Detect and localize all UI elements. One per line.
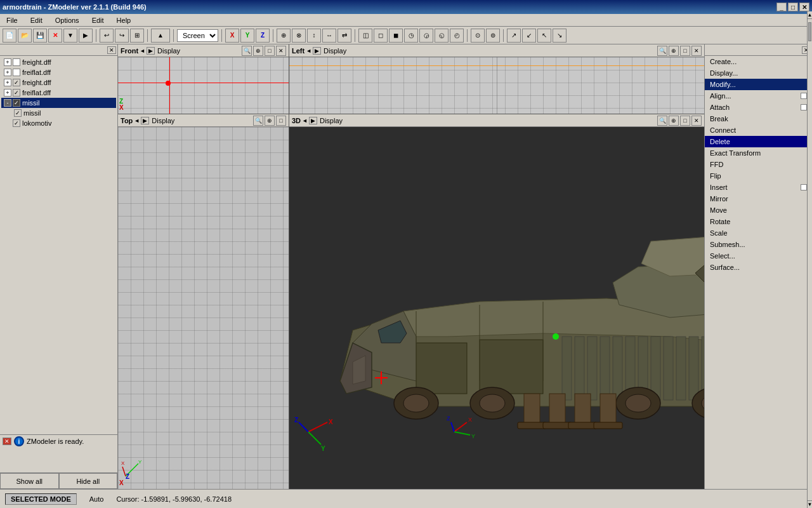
insert-checkbox[interactable] — [801, 184, 807, 190]
tree-item-freight2[interactable]: + ✓ freight.dff — [1, 77, 116, 88]
right-menu-exact-transform[interactable]: Exact Transform — [705, 147, 812, 159]
main-3d-zoom[interactable]: 🔍 — [657, 116, 667, 126]
tree-check-lokomotiv[interactable]: ✓ — [13, 119, 20, 127]
tree-expand-freight2[interactable]: + — [4, 79, 11, 86]
right-menu-modify[interactable]: Modify... — [705, 79, 812, 90]
menu-help[interactable]: Help — [113, 15, 135, 25]
scroll-thumb[interactable] — [808, 22, 811, 41]
right-menu-ffd[interactable]: FFD — [705, 159, 812, 170]
toolbar-btn17[interactable]: ↖ — [537, 29, 551, 43]
front-arrow[interactable]: ◄ — [140, 48, 145, 54]
tree-expand-freight1[interactable]: + — [4, 58, 11, 66]
tree-expand-missil-group[interactable]: - — [4, 99, 11, 107]
toolbar-cancel[interactable]: ✕ — [48, 29, 62, 43]
toolbar-arrow-down[interactable]: ▼ — [63, 29, 77, 43]
tree-check-freiflat1[interactable] — [13, 69, 20, 76]
right-menu-attach[interactable]: Attach — [705, 102, 812, 113]
left-vp-max[interactable]: □ — [680, 46, 690, 56]
left-vp-zoom[interactable]: 🔍 — [657, 46, 667, 56]
show-all-button[interactable]: Show all — [0, 473, 59, 489]
screen-dropdown[interactable]: Screen World Local — [177, 29, 218, 42]
tree-item-missil-child[interactable]: ✓ missil — [1, 108, 116, 118]
toolbar-shape[interactable]: ▲ — [151, 29, 170, 43]
right-scrollbar[interactable]: ▲ ▼ — [807, 11, 812, 508]
right-menu-create[interactable]: Create... — [705, 56, 812, 67]
right-menu-rotate[interactable]: Rotate — [705, 216, 812, 227]
main-3d-max[interactable]: □ — [680, 116, 690, 126]
tree-check-freiflat2[interactable]: ✓ — [13, 89, 20, 97]
main-3d-lock[interactable]: ⊕ — [669, 116, 679, 126]
right-menu-connect[interactable]: Connect — [705, 124, 812, 136]
toolbar-btn14[interactable]: ⊚ — [486, 29, 500, 43]
tree-expand-freiflat1[interactable]: + — [4, 69, 11, 76]
right-menu-delete[interactable]: Delete — [705, 136, 812, 147]
toolbar-btn11[interactable]: ◵ — [435, 29, 449, 43]
tree-item-missil-group[interactable]: - ✓ missil — [1, 98, 116, 108]
toolbar-new[interactable]: 📄 — [3, 29, 16, 43]
right-menu-align[interactable]: Align... — [705, 90, 812, 102]
minimize-button[interactable]: _ — [776, 3, 787, 11]
top-arrow[interactable]: ◄ — [134, 117, 140, 124]
main-3d-close[interactable]: ✕ — [691, 116, 702, 126]
front-vp-zoom[interactable]: 🔍 — [242, 46, 252, 56]
toolbar-arrow-right[interactable]: ▶ — [79, 29, 93, 43]
toolbar-btn6[interactable]: ◫ — [358, 29, 372, 43]
toolbar-btn15[interactable]: ↗ — [507, 29, 521, 43]
align-checkbox[interactable] — [801, 93, 807, 99]
tree-expand-freiflat2[interactable]: + — [4, 89, 11, 97]
toolbar-redo[interactable]: ↪ — [115, 29, 129, 43]
toolbar-btn8[interactable]: ◼ — [389, 29, 403, 43]
tree-item-lokomotiv[interactable]: ✓ lokomotiv — [1, 118, 116, 128]
toolbar-btn5[interactable]: ⇄ — [337, 29, 351, 43]
toolbar-btn1[interactable]: ⊕ — [277, 29, 291, 43]
toolbar-btn10[interactable]: ◶ — [419, 29, 433, 43]
maximize-button[interactable]: □ — [788, 3, 798, 11]
toolbar-btn2[interactable]: ⊗ — [292, 29, 306, 43]
toolbar-y[interactable]: Y — [240, 29, 254, 43]
toolbar-x[interactable]: X — [225, 29, 239, 43]
right-menu-break[interactable]: Break — [705, 113, 812, 124]
front-vp-lock[interactable]: ⊕ — [253, 46, 263, 56]
right-menu-display[interactable]: Display... — [705, 67, 812, 79]
log-close-button[interactable]: ✕ — [3, 438, 11, 445]
tree-item-freight1[interactable]: + freight.dff — [1, 57, 116, 67]
menu-options[interactable]: Options — [51, 15, 83, 25]
tree-item-freiflat1[interactable]: + freiflat.dff — [1, 67, 116, 77]
scroll-down[interactable]: ▼ — [808, 500, 812, 508]
tree-check-missil-child[interactable]: ✓ — [14, 109, 22, 117]
top-vp-max[interactable]: □ — [276, 116, 286, 126]
toolbar-btn4[interactable]: ↔ — [322, 29, 336, 43]
right-menu-flip[interactable]: Flip — [705, 170, 812, 182]
front-display-icon[interactable]: ▶ — [147, 47, 155, 55]
toolbar-btn9[interactable]: ◷ — [404, 29, 418, 43]
tree-item-freiflat2[interactable]: + ✓ freiflat.dff — [1, 88, 116, 98]
left-vp-close[interactable]: ✕ — [691, 46, 702, 56]
main-3d-viewport[interactable]: 3D ◄ ▶ Display 🔍 ⊕ □ ✕ — [289, 114, 704, 489]
close-button[interactable]: ✕ — [799, 3, 809, 11]
toolbar-grid[interactable]: ⊞ — [130, 29, 144, 43]
scroll-track[interactable] — [808, 19, 812, 500]
tree-check-freight2[interactable]: ✓ — [13, 79, 20, 86]
top-vp-zoom[interactable]: 🔍 — [253, 116, 263, 126]
menu-edit[interactable]: Edit — [27, 15, 46, 25]
right-menu-surface[interactable]: Surface... — [705, 262, 812, 273]
top-viewport[interactable]: Top ◄ ▶ Display 🔍 ⊕ □ X Z — [118, 114, 289, 489]
top-display-icon[interactable]: ▶ — [141, 117, 149, 124]
tree-check-missil-group[interactable]: ✓ — [13, 99, 20, 107]
toolbar-btn3[interactable]: ↕ — [307, 29, 321, 43]
left-viewport[interactable]: Left ◄ ▶ Display 🔍 ⊕ □ ✕ — [289, 44, 704, 114]
toolbar-undo[interactable]: ↩ — [100, 29, 114, 43]
menu-file[interactable]: File — [3, 15, 22, 25]
main-3d-arrow[interactable]: ◄ — [302, 117, 308, 124]
left-panel-close[interactable]: ✕ — [107, 46, 116, 54]
attach-checkbox[interactable] — [801, 104, 807, 110]
toolbar-open[interactable]: 📂 — [18, 29, 32, 43]
front-viewport[interactable]: Front ◄ ▶ Display 🔍 ⊕ □ ✕ — [118, 44, 289, 114]
tree-check-freight1[interactable] — [13, 58, 20, 66]
right-menu-move[interactable]: Move — [705, 204, 812, 216]
left-arrow[interactable]: ◄ — [306, 48, 311, 54]
toolbar-btn16[interactable]: ↙ — [522, 29, 536, 43]
hide-all-button[interactable]: Hide all — [59, 473, 118, 489]
right-menu-scale[interactable]: Scale — [705, 227, 812, 239]
left-display-icon[interactable]: ▶ — [313, 47, 321, 55]
